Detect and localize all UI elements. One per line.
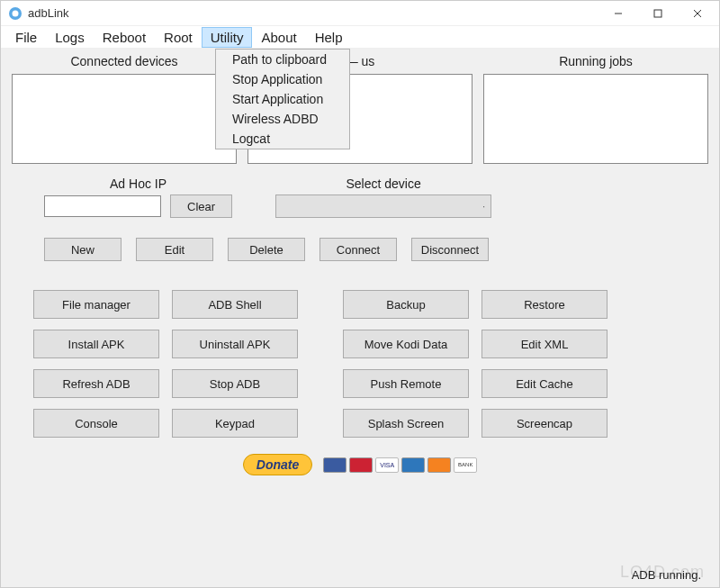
titlebar: adbLink [1, 1, 719, 26]
running-jobs-list[interactable] [483, 74, 708, 164]
visa-icon: VISA [375, 457, 399, 473]
utility-dropdown: Path to clipboard Stop Application Start… [215, 49, 350, 149]
panel-connected: Connected devices [12, 54, 237, 164]
mastercard-icon [349, 457, 373, 473]
menu-utility[interactable]: Utility [202, 27, 253, 48]
menu-logs[interactable]: Logs [46, 27, 94, 48]
adhoc-ip-input[interactable] [44, 195, 161, 217]
svg-point-1 [13, 10, 19, 16]
app-window: adbLink File Logs Reboot Root Utility Ab… [0, 0, 720, 588]
adb-shell-button[interactable]: ADB Shell [172, 290, 298, 319]
connected-devices-list[interactable] [12, 74, 237, 164]
menubar: File Logs Reboot Root Utility About Help [1, 26, 719, 48]
app-icon [8, 6, 22, 21]
menu-help[interactable]: Help [306, 27, 352, 48]
device-button-row: New Edit Delete Connect Disconnect [44, 238, 708, 261]
maestro-icon [323, 457, 346, 473]
adhoc-row: Ad Hoc IP Clear Select device [12, 176, 708, 218]
window-title: adbLink [28, 6, 598, 20]
donate-row: Donate VISA BANK [12, 454, 708, 475]
dropdown-path-to-clipboard[interactable]: Path to clipboard [216, 50, 349, 69]
panel-row: Connected devices — us Running jobs [12, 54, 708, 164]
adhoc-label: Ad Hoc IP [44, 176, 232, 191]
delete-button[interactable]: Delete [228, 238, 305, 261]
dropdown-wireless-adbd[interactable]: Wireless ADBD [216, 109, 349, 129]
stop-adb-button[interactable]: Stop ADB [172, 369, 298, 398]
panel-running: Running jobs [483, 54, 708, 164]
donate-button[interactable]: Donate [243, 454, 312, 475]
edit-cache-button[interactable]: Edit Cache [482, 369, 608, 398]
panel-running-label: Running jobs [483, 54, 708, 68]
new-button[interactable]: New [44, 238, 122, 261]
client-area: Connected devices — us Running jobs Ad H… [1, 48, 719, 587]
uninstall-apk-button[interactable]: Uninstall APK [172, 330, 298, 358]
menu-about[interactable]: About [252, 27, 305, 48]
refresh-adb-button[interactable]: Refresh ADB [33, 369, 159, 398]
clear-button[interactable]: Clear [170, 194, 232, 218]
screencap-button[interactable]: Screencap [482, 409, 608, 438]
dropdown-stop-application[interactable]: Stop Application [216, 69, 349, 89]
edit-button[interactable]: Edit [136, 238, 213, 261]
install-apk-button[interactable]: Install APK [33, 330, 159, 358]
menu-reboot[interactable]: Reboot [94, 27, 155, 48]
disconnect-button[interactable]: Disconnect [411, 238, 489, 261]
push-remote-button[interactable]: Push Remote [343, 369, 469, 398]
keypad-button[interactable]: Keypad [172, 409, 298, 438]
action-grid-left: File manager ADB Shell Install APK Unins… [33, 290, 298, 438]
discover-icon [428, 457, 451, 473]
select-device-combobox[interactable] [275, 194, 491, 218]
bank-icon: BANK [454, 457, 477, 473]
menu-root[interactable]: Root [155, 27, 202, 48]
dropdown-start-application[interactable]: Start Application [216, 89, 349, 109]
amex-icon [401, 457, 425, 473]
status-text: ADB running. [632, 568, 701, 582]
panel-connected-label: Connected devices [12, 54, 237, 68]
svg-rect-3 [654, 10, 662, 17]
file-manager-button[interactable]: File manager [33, 290, 159, 319]
connect-button[interactable]: Connect [320, 238, 397, 261]
splash-screen-button[interactable]: Splash Screen [343, 409, 469, 438]
close-button[interactable] [678, 2, 717, 25]
selectdev-label: Select device [275, 176, 491, 191]
backup-button[interactable]: Backup [343, 290, 469, 319]
payment-cards: VISA BANK [323, 457, 477, 473]
window-controls [598, 2, 717, 25]
minimize-button[interactable] [598, 2, 638, 25]
console-button[interactable]: Console [33, 409, 159, 438]
move-kodi-data-button[interactable]: Move Kodi Data [343, 330, 469, 358]
menu-file[interactable]: File [6, 27, 46, 48]
dropdown-logcat[interactable]: Logcat [216, 129, 349, 149]
maximize-button[interactable] [638, 2, 678, 25]
restore-button[interactable]: Restore [482, 290, 608, 319]
action-grid: File manager ADB Shell Install APK Unins… [33, 290, 687, 438]
action-grid-right: Backup Restore Move Kodi Data Edit XML P… [343, 290, 608, 438]
edit-xml-button[interactable]: Edit XML [482, 330, 608, 358]
